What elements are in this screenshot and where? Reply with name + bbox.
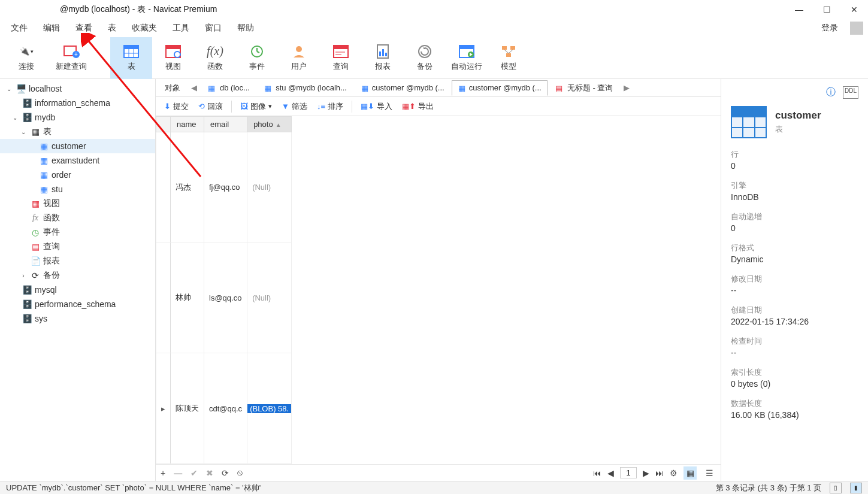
- pager-prev[interactable]: ◀: [607, 468, 614, 478]
- cell-email[interactable]: cdt@qq.c: [204, 353, 247, 464]
- backup-icon: [416, 44, 434, 59]
- view-form-button[interactable]: ☰: [703, 466, 716, 480]
- col-photo[interactable]: photo▲: [247, 117, 292, 132]
- tool-backup[interactable]: 备份: [404, 37, 446, 79]
- tool-autorun[interactable]: 自动运行: [446, 37, 488, 79]
- tree-table-order[interactable]: ▦order: [0, 168, 155, 182]
- pager-last[interactable]: ⏭: [655, 468, 664, 478]
- cell-email[interactable]: ls@qq.co: [204, 243, 247, 353]
- tree-queries[interactable]: ▤查询: [0, 240, 155, 254]
- menu-favorites[interactable]: 收藏夹: [126, 20, 163, 36]
- pager-commit[interactable]: ✔: [190, 468, 198, 478]
- tree-label: examstudent: [52, 156, 99, 165]
- avatar-placeholder[interactable]: [850, 22, 863, 35]
- col-email[interactable]: email: [204, 117, 247, 132]
- tool-view[interactable]: 视图: [152, 37, 194, 79]
- menu-help[interactable]: 帮助: [231, 20, 260, 36]
- tree-events[interactable]: ◷事件: [0, 225, 155, 240]
- tab-2[interactable]: ▦stu @mydb (localh...: [258, 80, 353, 96]
- layout-btn-1[interactable]: ▯: [830, 483, 842, 493]
- menu-tools[interactable]: 工具: [167, 20, 195, 36]
- tree-label: 表: [43, 126, 52, 137]
- window-maximize[interactable]: ☐: [813, 0, 840, 19]
- layout-btn-2[interactable]: ▮: [850, 483, 862, 493]
- table-row[interactable]: 冯杰 fj@qq.co (Null): [156, 132, 292, 243]
- tab-5[interactable]: ▤无标题 - 查询: [549, 80, 620, 96]
- info-icon[interactable]: ⓘ: [826, 86, 836, 99]
- tool-connect[interactable]: 🔌▾ 连接: [2, 37, 50, 79]
- cell-name[interactable]: 冯杰: [171, 132, 204, 243]
- btn-commit[interactable]: ⬇︎提交: [161, 99, 192, 114]
- window-close[interactable]: ✕: [840, 0, 868, 19]
- tree-db-info[interactable]: 🗄️information_schema: [0, 96, 155, 110]
- tool-user[interactable]: 用户: [278, 37, 320, 79]
- tool-report[interactable]: 报表: [362, 37, 404, 79]
- btn-filter[interactable]: ▼筛选: [278, 99, 311, 114]
- pager-stop[interactable]: ⦸: [237, 468, 243, 478]
- tree-tables[interactable]: ⌄▦表: [0, 125, 155, 139]
- tool-query[interactable]: 查询: [320, 37, 362, 79]
- tree-functions[interactable]: fx函数: [0, 211, 155, 225]
- cell-photo[interactable]: (Null): [247, 132, 292, 243]
- btn-label: 排序: [328, 101, 343, 112]
- pager-next[interactable]: ▶: [643, 468, 649, 478]
- tree-table-customer[interactable]: ▦customer: [0, 139, 155, 153]
- tree-backups[interactable]: ›⟳备份: [0, 268, 155, 283]
- tool-function[interactable]: f(x) 函数: [194, 37, 236, 79]
- tree-db-mydb[interactable]: ⌄🗄️mydb: [0, 110, 155, 125]
- menu-table[interactable]: 表: [102, 20, 122, 36]
- pager-refresh[interactable]: ⟳: [222, 468, 229, 478]
- tool-newquery[interactable]: + 新建查询: [50, 37, 92, 79]
- tab-4-active[interactable]: ▦customer @mydb (...: [452, 80, 548, 96]
- cell-name[interactable]: 陈顶天: [171, 353, 204, 464]
- table-row[interactable]: 林帅 ls@qq.co (Null): [156, 243, 292, 353]
- pager-delete[interactable]: —: [174, 468, 182, 478]
- ddl-icon[interactable]: DDL: [843, 86, 858, 99]
- tab-objects[interactable]: 对象: [158, 80, 187, 96]
- tab-scroll-right[interactable]: ▶: [621, 83, 633, 92]
- tree-table-stu[interactable]: ▦stu: [0, 182, 155, 196]
- menu-edit[interactable]: 编辑: [37, 20, 66, 36]
- tree-host[interactable]: ⌄🖥️localhost: [0, 81, 155, 96]
- window-minimize[interactable]: ―: [785, 0, 813, 19]
- btn-export[interactable]: ▦⬆导出: [398, 99, 437, 114]
- tree-db-sys[interactable]: 🗄️sys: [0, 311, 155, 326]
- tool-model[interactable]: 模型: [488, 37, 530, 79]
- svg-rect-21: [382, 49, 384, 56]
- tree-db-perf[interactable]: 🗄️performance_schema: [0, 297, 155, 311]
- tab-scroll-left[interactable]: ◀: [188, 83, 200, 92]
- cell-name[interactable]: 林帅: [171, 243, 204, 353]
- svg-rect-20: [379, 51, 381, 56]
- btn-rollback[interactable]: ⟲回滚: [195, 99, 226, 114]
- tool-table[interactable]: 表: [110, 37, 152, 79]
- cell-email[interactable]: fj@qq.co: [204, 132, 247, 243]
- view-grid-button[interactable]: ▦: [683, 466, 697, 480]
- tab-1[interactable]: ▦db (loc...: [201, 80, 256, 96]
- pager-first[interactable]: ⏮: [593, 468, 601, 478]
- table-row[interactable]: ▸ 陈顶天 cdt@qq.c (BLOB) 58.: [156, 353, 292, 464]
- btn-sort[interactable]: ↓≡排序: [313, 99, 347, 114]
- tree-views[interactable]: ▦视图: [0, 196, 155, 211]
- pager-settings[interactable]: ⚙: [670, 468, 678, 478]
- menu-window[interactable]: 窗口: [199, 20, 228, 36]
- login-link[interactable]: 登录: [816, 20, 843, 36]
- col-name[interactable]: name: [171, 117, 204, 132]
- cell-photo[interactable]: (Null): [247, 243, 292, 353]
- btn-image[interactable]: 🖼图像▾: [237, 99, 276, 114]
- sidebar: ⌄🖥️localhost 🗄️information_schema ⌄🗄️myd…: [0, 79, 156, 481]
- pager-cancel[interactable]: ✖: [206, 468, 213, 478]
- tree-db-mysql[interactable]: 🗄️mysql: [0, 283, 155, 297]
- table-icon: ▦: [208, 84, 216, 92]
- menu-file[interactable]: 文件: [5, 20, 34, 36]
- pager-page-input[interactable]: [620, 467, 637, 478]
- tree-reports[interactable]: 📄报表: [0, 254, 155, 268]
- cell-photo[interactable]: (BLOB) 58.: [247, 353, 292, 464]
- tree-table-examstudent[interactable]: ▦examstudent: [0, 153, 155, 168]
- menu-view[interactable]: 查看: [69, 20, 98, 36]
- tab-3[interactable]: ▦customer @mydb (...: [355, 80, 450, 96]
- pager-add[interactable]: +: [161, 468, 165, 478]
- btn-import[interactable]: ▦⬇导入: [357, 99, 396, 114]
- svg-rect-22: [385, 53, 387, 56]
- tool-event[interactable]: 事件: [236, 37, 278, 79]
- tree-label: 报表: [43, 256, 60, 266]
